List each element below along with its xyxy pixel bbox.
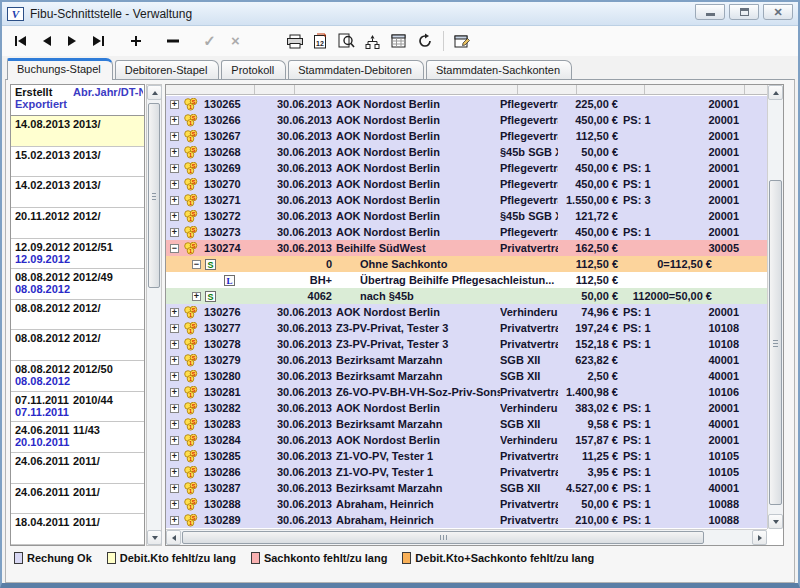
tab-stammdaten-sachkonten[interactable]: Stammdaten-Sachkonten	[426, 60, 572, 79]
table-hscrollbar[interactable]	[166, 529, 767, 545]
stack-list-item[interactable]: 08.08.201208.08.20122012/50	[11, 361, 144, 392]
nav-prev-button[interactable]	[34, 29, 59, 53]
close-button[interactable]: ✕	[763, 4, 793, 20]
stack-list-item[interactable]: 18.04.20112011/	[11, 514, 144, 545]
collapse-icon[interactable]: −	[192, 260, 201, 269]
tab-stammdaten-debitoren[interactable]: Stammdaten-Debitoren	[288, 60, 424, 79]
expand-icon[interactable]: +	[170, 340, 179, 349]
stack-list-item[interactable]: 08.08.20122012/	[11, 300, 144, 331]
delete-button[interactable]	[160, 29, 185, 53]
booking-row[interactable]: +S113028530.06.2013Z1-VO-PV, Tester 1Pri…	[166, 448, 767, 464]
cancel-button[interactable]: ×	[223, 29, 248, 53]
expand-icon[interactable]: +	[170, 420, 179, 429]
booking-row[interactable]: +S113027830.06.2013Z3-PV-Privat, Tester …	[166, 336, 767, 352]
booking-row[interactable]: +S113027030.06.2013AOK Nordost BerlinPfl…	[166, 176, 767, 192]
expand-icon[interactable]: +	[170, 404, 179, 413]
scroll-right-button[interactable]	[752, 530, 767, 545]
print-button[interactable]	[282, 29, 307, 53]
stack-list-item[interactable]: 08.08.20122012/	[11, 330, 144, 361]
stack-list-item[interactable]: 24.06.20112011/	[11, 484, 144, 515]
expand-icon[interactable]: +	[170, 164, 179, 173]
scroll-left-button[interactable]	[166, 530, 181, 545]
booking-row[interactable]: +S113026830.06.2013AOK Nordost Berlin§45…	[166, 144, 767, 160]
booking-row[interactable]: +S113026630.06.2013AOK Nordost BerlinPfl…	[166, 112, 767, 128]
stack-list-scrollbar[interactable]	[146, 84, 162, 546]
expand-icon[interactable]: +	[170, 372, 179, 381]
booking-row[interactable]: +S113026530.06.2013AOK Nordost BerlinPfl…	[166, 96, 767, 112]
tab-debitoren-stapel[interactable]: Debitoren-Stapel	[115, 60, 220, 79]
nav-next-button[interactable]	[60, 29, 85, 53]
nav-first-button[interactable]	[8, 29, 33, 53]
scroll-down-button[interactable]	[768, 514, 783, 529]
scroll-thumb[interactable]	[148, 103, 160, 288]
confirm-button[interactable]: ✓	[197, 29, 222, 53]
nav-last-button[interactable]	[86, 29, 111, 53]
expand-icon[interactable]: +	[170, 484, 179, 493]
booking-row[interactable]: +S113028630.06.2013Z1-VO-PV, Tester 1Pri…	[166, 464, 767, 480]
expand-icon[interactable]: +	[170, 356, 179, 365]
expand-icon[interactable]: +	[170, 308, 179, 317]
stack-list-item[interactable]: 24.06.201120.10.201111/43	[11, 422, 144, 453]
expand-icon[interactable]: +	[170, 468, 179, 477]
expand-icon[interactable]: +	[170, 436, 179, 445]
properties-button[interactable]	[450, 29, 475, 53]
stack-list-item[interactable]: 15.02.20132013/	[11, 147, 144, 178]
expand-icon[interactable]: +	[170, 212, 179, 221]
expand-icon[interactable]: +	[170, 196, 179, 205]
expand-icon[interactable]: +	[192, 292, 201, 301]
booking-row[interactable]: +S113027130.06.2013AOK Nordost BerlinPfl…	[166, 192, 767, 208]
expand-icon[interactable]: +	[170, 452, 179, 461]
expand-icon[interactable]: +	[170, 116, 179, 125]
booking-row[interactable]: +S113026930.06.2013AOK Nordost BerlinPfl…	[166, 160, 767, 176]
collapse-icon[interactable]: −	[170, 244, 179, 253]
booking-row[interactable]: +S113026730.06.2013AOK Nordost BerlinPfl…	[166, 128, 767, 144]
maximize-button[interactable]	[729, 4, 759, 20]
stack-list-item[interactable]: 07.11.201107.11.20112010/44	[11, 392, 144, 423]
expand-icon[interactable]: +	[170, 132, 179, 141]
booking-row[interactable]: +S113027930.06.2013Bezirksamt MarzahnSGB…	[166, 352, 767, 368]
stack-list-item[interactable]: 08.08.201208.08.20122012/49	[11, 269, 144, 300]
period-button[interactable]: 12	[308, 29, 333, 53]
booking-row[interactable]: +S113028430.06.2013AOK Nordost BerlinVer…	[166, 432, 767, 448]
expand-icon[interactable]: +	[170, 228, 179, 237]
booking-row[interactable]: −S113027430.06.2013Beihilfe SüdWestPriva…	[166, 240, 767, 256]
report-button[interactable]	[386, 29, 411, 53]
booking-row[interactable]: +S113027330.06.2013AOK Nordost BerlinPfl…	[166, 224, 767, 240]
add-button[interactable]	[123, 29, 148, 53]
stack-list-item[interactable]: 14.02.20132013/	[11, 177, 144, 208]
expand-icon[interactable]: +	[170, 324, 179, 333]
expand-icon[interactable]: +	[170, 180, 179, 189]
booking-row[interactable]: −S0Ohne Sachkonto112,50 €0=112,50 €	[166, 256, 767, 272]
booking-row[interactable]: +S113028330.06.2013Bezirksamt MarzahnSGB…	[166, 416, 767, 432]
export-button[interactable]	[360, 29, 385, 53]
tab-protokoll[interactable]: Protokoll	[221, 60, 286, 79]
scroll-thumb[interactable]	[182, 531, 704, 544]
booking-row[interactable]: +S113027630.06.2013AOK Nordost BerlinVer…	[166, 304, 767, 320]
preview-button[interactable]	[334, 29, 359, 53]
booking-row[interactable]: +S113028730.06.2013Bezirksamt MarzahnSGB…	[166, 480, 767, 496]
stack-list-item[interactable]: 20.11.20122012/	[11, 208, 144, 239]
booking-row[interactable]: +S113028930.06.2013Abraham, HeinrichPriv…	[166, 512, 767, 528]
booking-row[interactable]: +S4062nach §45b50,00 €112000=50,00 €	[166, 288, 767, 304]
stack-list-item[interactable]: 12.09.201212.09.20122012/51	[11, 239, 144, 270]
scroll-up-button[interactable]	[147, 85, 162, 100]
booking-row[interactable]: +S113028130.06.2013Z6-VO-PV-BH-VH-Soz-Pr…	[166, 384, 767, 400]
expand-icon[interactable]: +	[170, 100, 179, 109]
stack-list-item[interactable]: 14.08.20132013/	[11, 116, 144, 147]
stack-list-item[interactable]: 24.06.20112011/	[11, 453, 144, 484]
refresh-button[interactable]	[412, 29, 437, 53]
booking-row[interactable]: +S113027730.06.2013Z3-PV-Privat, Tester …	[166, 320, 767, 336]
scroll-up-button[interactable]	[768, 85, 783, 100]
table-vscrollbar[interactable]	[767, 85, 783, 529]
expand-icon[interactable]: +	[170, 388, 179, 397]
scroll-down-button[interactable]	[147, 530, 162, 545]
scroll-thumb[interactable]	[769, 180, 782, 505]
expand-icon[interactable]: +	[170, 148, 179, 157]
expand-icon[interactable]: +	[170, 516, 179, 525]
booking-row[interactable]: +S113028230.06.2013AOK Nordost BerlinVer…	[166, 400, 767, 416]
booking-row[interactable]: +S113027230.06.2013AOK Nordost Berlin§45…	[166, 208, 767, 224]
booking-row[interactable]: +S113028830.06.2013Abraham, HeinrichPriv…	[166, 496, 767, 512]
tab-buchungs-stapel[interactable]: Buchungs-Stapel	[7, 58, 113, 80]
booking-row[interactable]: +S113028030.06.2013Bezirksamt MarzahnSGB…	[166, 368, 767, 384]
minimize-button[interactable]	[695, 4, 725, 20]
